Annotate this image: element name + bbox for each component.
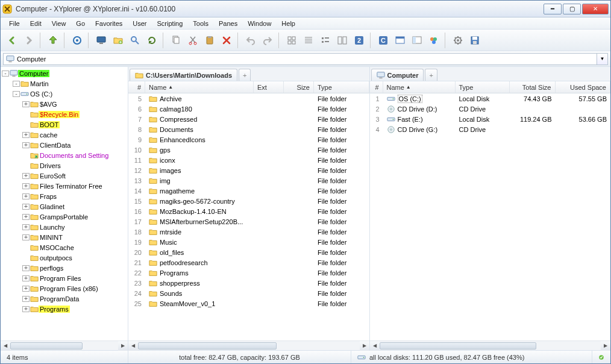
refresh-icon[interactable]	[144, 33, 160, 48]
pane2-scroll-h[interactable]: ◀▶	[370, 340, 611, 350]
list-item[interactable]: 7CompressedFile folder	[128, 114, 369, 124]
new-folder-icon[interactable]	[110, 33, 126, 48]
view-icons-icon[interactable]	[284, 33, 299, 48]
list-item[interactable]: 24SoundsFile folder	[128, 288, 369, 298]
col-type[interactable]: Type	[314, 81, 369, 93]
list-item[interactable]: 15magiks-geo-5672-countryFile folder	[128, 196, 369, 206]
list-item[interactable]: 22ProgramsFile folder	[128, 268, 369, 278]
list-item[interactable]: 3Fast (E:)Local Disk119.24 GB53.66 GB	[370, 114, 611, 124]
catalog-icon[interactable]: C	[375, 33, 391, 48]
menu-help[interactable]: Help	[277, 19, 300, 28]
list-item[interactable]: 5ArchiveFile folder	[128, 93, 369, 104]
list-item[interactable]: 1OS (C:)Local Disk74.43 GB57.55 GB	[370, 93, 611, 104]
pane-2-icon[interactable]: 2	[351, 33, 367, 48]
menu-panes[interactable]: Panes	[214, 19, 242, 28]
monitor-icon[interactable]	[93, 33, 109, 48]
pane2-list[interactable]: 1OS (C:)Local Disk74.43 GB57.55 GB2CD Dr…	[370, 93, 611, 340]
tree-item[interactable]: +Program Files (x86)	[1, 283, 128, 293]
tree[interactable]: -Computer-Martin-OS (C:)+$AVG$Recycle.Bi…	[1, 67, 128, 340]
list-item[interactable]: 19MusicFile folder	[128, 237, 369, 247]
col-name[interactable]: Name ▲	[145, 81, 254, 93]
col-used[interactable]: Used Space	[556, 81, 611, 93]
address-input[interactable]	[17, 55, 594, 63]
list-item[interactable]: 21petfoodresearchFile folder	[128, 257, 369, 268]
address-dropdown[interactable]: ▼	[597, 53, 608, 65]
tree-item[interactable]: Documents and Setting	[1, 150, 128, 160]
list-item[interactable]: 18mtrsideFile folder	[128, 227, 369, 237]
pane1-list[interactable]: 5ArchiveFile folder6calmag180File folder…	[128, 93, 369, 340]
list-item[interactable]: 16MozBackup-1.4.10-ENFile folder	[128, 206, 369, 216]
target-icon[interactable]	[69, 33, 85, 48]
col-name[interactable]: Name ▲	[383, 81, 456, 93]
tree-item[interactable]: MSOCache	[1, 242, 128, 253]
back-button[interactable]	[4, 33, 20, 48]
list-item[interactable]: 6calmag180File folder	[128, 104, 369, 114]
forward-button[interactable]	[21, 33, 37, 48]
maximize-button[interactable]: ▢	[563, 4, 581, 14]
list-item[interactable]: 12imagesFile folder	[128, 165, 369, 175]
col-size[interactable]: Size	[284, 81, 314, 93]
redo-icon[interactable]	[260, 33, 275, 48]
dual-pane-icon[interactable]	[334, 33, 350, 48]
tree-root[interactable]: -Computer	[1, 68, 128, 78]
tree-item[interactable]: outputpocs	[1, 253, 128, 263]
menu-user[interactable]: User	[128, 19, 151, 28]
pane1-columns[interactable]: # Name ▲ Ext Size Type	[128, 81, 369, 93]
tree-scroll-h[interactable]: ◀▶	[1, 340, 128, 350]
window-icon[interactable]	[392, 33, 408, 48]
tree-item[interactable]: $Recycle.Bin	[1, 109, 128, 119]
menu-scripting[interactable]: Scripting	[152, 19, 188, 28]
color-icon[interactable]	[426, 33, 442, 48]
tree-item[interactable]: +Gladinet	[1, 201, 128, 212]
tree-item[interactable]: -Martin	[1, 78, 128, 89]
close-button[interactable]: ✕	[582, 4, 609, 14]
tree-item[interactable]: +cache	[1, 130, 128, 140]
panel-icon[interactable]	[409, 33, 425, 48]
tree-item[interactable]: +ProgramData	[1, 293, 128, 304]
tree-item[interactable]: +ClientData	[1, 140, 128, 150]
tree-item[interactable]: +$AVG	[1, 99, 128, 109]
tree-item[interactable]: +perflogs	[1, 263, 128, 273]
copy-icon[interactable]	[168, 33, 184, 48]
menu-favorites[interactable]: Favorites	[90, 19, 127, 28]
list-item[interactable]: 11iconxFile folder	[128, 155, 369, 165]
view-details-icon[interactable]	[301, 33, 316, 48]
tree-item[interactable]: BOOT	[1, 119, 128, 130]
menu-file[interactable]: File	[4, 19, 25, 28]
tree-item[interactable]: +Program Files	[1, 273, 128, 283]
settings-icon[interactable]	[450, 33, 466, 48]
list-item[interactable]: 2CD Drive (D:)CD Drive	[370, 104, 611, 114]
col-number[interactable]: #	[370, 81, 383, 93]
menu-window[interactable]: Window	[243, 19, 276, 28]
save-icon[interactable]	[467, 33, 483, 48]
list-item[interactable]: 14magathemeFile folder	[128, 186, 369, 196]
col-ext[interactable]: Ext	[254, 81, 284, 93]
pane1-scroll-h[interactable]: ◀▶	[128, 340, 369, 350]
col-total[interactable]: Total Size	[510, 81, 556, 93]
view-list-icon[interactable]	[318, 33, 333, 48]
pane2-add-tab[interactable]: +	[425, 69, 437, 81]
menu-edit[interactable]: Edit	[25, 19, 46, 28]
pane2-columns[interactable]: # Name ▲ Type Total Size Used Space	[370, 81, 611, 93]
col-number[interactable]: #	[128, 81, 145, 93]
tree-item[interactable]: +MININT	[1, 232, 128, 242]
search-icon[interactable]	[127, 33, 143, 48]
menu-go[interactable]: Go	[71, 19, 90, 28]
pane1-add-tab[interactable]: +	[239, 69, 251, 81]
undo-icon[interactable]	[243, 33, 258, 48]
tree-item[interactable]: +Files Terminator Free	[1, 181, 128, 191]
delete-icon[interactable]	[219, 33, 234, 48]
pane1-tab[interactable]: C:\Users\Martin\Downloads	[130, 69, 237, 81]
tree-item[interactable]: -OS (C:)	[1, 89, 128, 99]
pane2-tab[interactable]: Computer	[371, 69, 424, 81]
tree-item[interactable]: +GrampsPortable	[1, 212, 128, 222]
tree-item[interactable]: +Programs	[1, 304, 128, 314]
list-item[interactable]: 9EnhancedIconsFile folder	[128, 134, 369, 145]
list-item[interactable]: 23shopperpressFile folder	[128, 278, 369, 288]
list-item[interactable]: 20old_filesFile folder	[128, 247, 369, 257]
list-item[interactable]: 13imgFile folder	[128, 175, 369, 186]
up-button[interactable]	[45, 33, 61, 48]
paste-icon[interactable]	[202, 33, 218, 48]
cut-icon[interactable]	[185, 33, 201, 48]
list-item[interactable]: 4CD Drive (G:)CD Drive	[370, 124, 611, 134]
